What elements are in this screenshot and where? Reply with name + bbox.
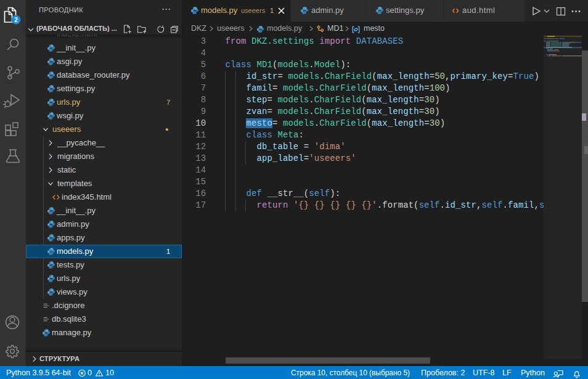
svg-text:2: 2 [14,17,18,23]
